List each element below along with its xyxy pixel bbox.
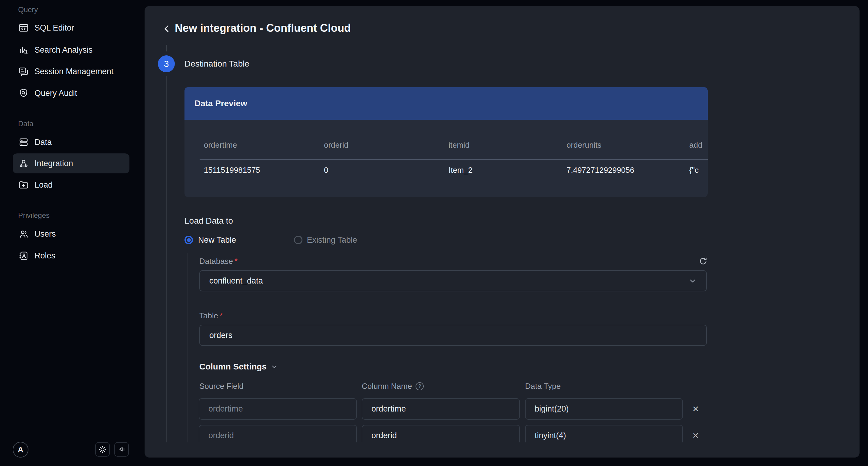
- sidebar-item-label: Load: [34, 180, 53, 190]
- session-management-icon: [18, 66, 29, 77]
- data-preview-header: Data Preview: [185, 87, 708, 120]
- remove-row-button[interactable]: ✕: [689, 403, 702, 416]
- sidebar-item-label: Integration: [34, 159, 73, 168]
- sidebar-item-query-audit[interactable]: Query Audit: [13, 83, 129, 103]
- table-name-input[interactable]: orders: [199, 325, 707, 346]
- sidebar-item-label: Search Analysis: [34, 46, 93, 55]
- collapse-sidebar-icon: [117, 445, 126, 454]
- table-label-text: Table: [199, 311, 218, 320]
- column-settings-rows: ordertime ordertime bigint(20) ✕ orderid…: [145, 394, 860, 442]
- sidebar-item-label: SQL Editor: [34, 23, 74, 33]
- source-field-input: orderid: [199, 425, 357, 442]
- preview-column-header: ordertime: [204, 140, 237, 150]
- preview-column-header: add: [689, 140, 702, 150]
- avatar[interactable]: A: [13, 442, 28, 458]
- data-type-value: tinyint(4): [535, 431, 566, 440]
- table-label: Table*: [199, 311, 223, 320]
- radio-new-table-label[interactable]: New Table: [198, 235, 236, 245]
- page-title: New integration - Confluent Cloud: [175, 22, 351, 34]
- app-root: Query SQL Editor Search Analysis Session…: [0, 0, 868, 466]
- required-asterisk: *: [220, 311, 223, 320]
- data-type-input[interactable]: bigint(20): [525, 398, 683, 420]
- radio-new-table[interactable]: [185, 236, 193, 244]
- required-asterisk: *: [235, 257, 238, 266]
- data-preview-title: Data Preview: [194, 99, 247, 108]
- column-name-value: ordertime: [371, 404, 406, 414]
- data-preview-table: ordertime orderid itemid orderunits add …: [185, 120, 708, 197]
- data-type-value: bigint(20): [535, 404, 569, 414]
- column-settings-title: Column Settings: [199, 362, 267, 372]
- column-name-input[interactable]: ordertime: [362, 398, 520, 420]
- step-connector-line: [166, 76, 167, 442]
- column-settings-row: ordertime ordertime bigint(20) ✕: [145, 398, 860, 420]
- preview-cell: {"c: [689, 166, 699, 175]
- help-icon[interactable]: ?: [415, 382, 424, 390]
- chevron-down-icon: [271, 363, 278, 370]
- column-settings-toggle[interactable]: Column Settings: [199, 362, 278, 372]
- integration-icon: [18, 158, 29, 169]
- sidebar-item-users[interactable]: Users: [13, 224, 129, 244]
- step-number-badge: 3: [158, 55, 175, 72]
- database-label-text: Database: [199, 257, 233, 266]
- preview-column-header: orderid: [324, 140, 348, 150]
- column-name-input[interactable]: orderid: [362, 425, 520, 442]
- data-server-icon: [18, 137, 29, 148]
- source-field-header: Source Field: [199, 382, 244, 391]
- preview-cell: 1511519981575: [204, 166, 260, 175]
- database-select[interactable]: confluent_data: [199, 270, 707, 291]
- refresh-databases-button[interactable]: [698, 256, 709, 267]
- sidebar-section-privileges: Privileges: [18, 211, 50, 220]
- database-label: Database*: [199, 257, 238, 266]
- sidebar-item-integration[interactable]: Integration: [13, 153, 129, 173]
- source-field-input: ordertime: [199, 398, 357, 420]
- main-panel: New integration - Confluent Cloud 3 Dest…: [145, 6, 860, 458]
- search-analysis-icon: [18, 45, 29, 55]
- roles-card-icon: [18, 250, 29, 261]
- column-settings-row: orderid orderid tinyint(4) ✕: [145, 425, 860, 442]
- sidebar-item-sql-editor[interactable]: SQL Editor: [13, 18, 129, 38]
- preview-column-header: orderunits: [566, 140, 601, 150]
- sidebar-item-data[interactable]: Data: [13, 132, 129, 152]
- sidebar-item-load[interactable]: Load: [13, 175, 129, 195]
- sidebar-item-label: Data: [34, 138, 52, 147]
- refresh-icon: [699, 257, 708, 266]
- sidebar-item-roles[interactable]: Roles: [13, 246, 129, 266]
- sidebar-item-label: Query Audit: [34, 89, 77, 98]
- column-name-header-text: Column Name: [362, 382, 412, 391]
- sidebar-item-search-analysis[interactable]: Search Analysis: [13, 40, 129, 60]
- sidebar-item-label: Roles: [34, 251, 55, 261]
- source-field-value: orderid: [208, 431, 234, 440]
- users-icon: [18, 229, 29, 239]
- radio-dot: [187, 238, 191, 242]
- sidebar: Query SQL Editor Search Analysis Session…: [0, 0, 143, 466]
- database-select-value: confluent_data: [209, 276, 263, 286]
- remove-row-button[interactable]: ✕: [689, 429, 702, 442]
- back-button[interactable]: [161, 23, 173, 35]
- preview-cell: Item_2: [448, 166, 473, 175]
- sidebar-item-session-management[interactable]: Session Management: [13, 61, 129, 81]
- load-folder-icon: [18, 179, 29, 190]
- sun-icon: [98, 445, 107, 454]
- step-connector-stub: [166, 45, 167, 52]
- sidebar-section-query: Query: [18, 5, 38, 14]
- column-name-value: orderid: [371, 431, 397, 440]
- preview-header-divider: [199, 159, 708, 160]
- destination-type-radios: New Table Existing Table: [185, 236, 357, 244]
- preview-cell: 0: [324, 166, 328, 175]
- radio-existing-table-label[interactable]: Existing Table: [307, 235, 357, 245]
- radio-existing-table[interactable]: [294, 236, 303, 244]
- table-name-value: orders: [209, 331, 232, 340]
- collapse-sidebar-button[interactable]: [114, 442, 129, 457]
- sql-editor-icon: [18, 22, 29, 33]
- chevron-left-icon: [162, 24, 172, 34]
- query-audit-icon: [18, 88, 29, 99]
- load-data-to-label: Load Data to: [185, 216, 233, 226]
- chevron-down-icon: [688, 276, 697, 285]
- preview-column-header: itemid: [448, 140, 469, 150]
- theme-toggle-button[interactable]: [95, 442, 110, 457]
- data-type-header: Data Type: [525, 382, 561, 391]
- sidebar-section-data: Data: [18, 119, 34, 128]
- data-type-input[interactable]: tinyint(4): [525, 425, 683, 442]
- source-field-value: ordertime: [208, 404, 243, 414]
- data-preview-card: Data Preview ordertime orderid itemid or…: [185, 87, 708, 197]
